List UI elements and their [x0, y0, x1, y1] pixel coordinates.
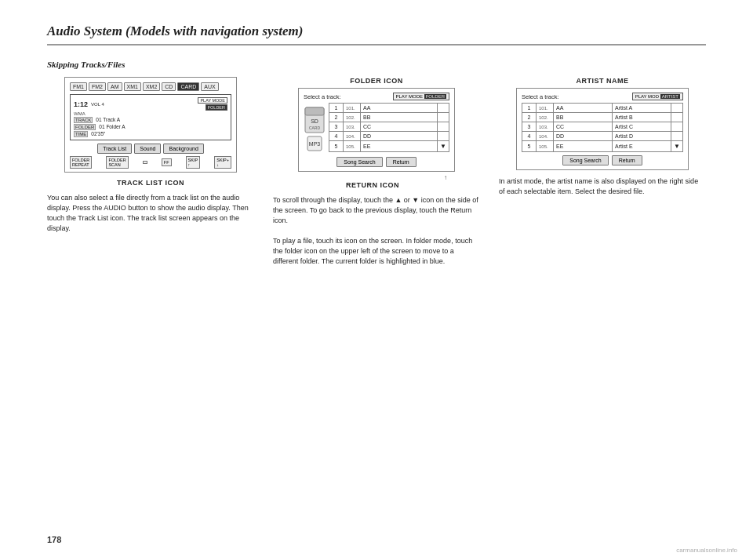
btn-fm2[interactable]: FM2	[89, 82, 106, 91]
diagram2-wrapper: FOLDER ICON Select a track: PLAY MODE FO…	[298, 77, 455, 189]
svg-text:CARD: CARD	[309, 125, 321, 130]
folder-icon: SD CARD	[304, 106, 326, 134]
three-columns: FM1 FM2 AM XM1 XM2 CD CARD AUX 1:12 VOL …	[47, 77, 706, 267]
d1-folder-scan[interactable]: FOLDERSCAN	[106, 156, 128, 169]
col-1: FM1 FM2 AM XM1 XM2 CD CARD AUX 1:12 VOL …	[47, 77, 264, 234]
table-row[interactable]: 4 104. DD	[329, 132, 449, 141]
diagram2: Select a track: PLAY MODE FOLDER	[298, 88, 455, 172]
page-number: 178	[47, 535, 61, 544]
d1-track-info: TRACK 01 Track A	[74, 117, 227, 123]
d2-subheader: Select a track: PLAY MODE FOLDER	[304, 93, 449, 100]
return-icon-area: ↑ RETURN ICON	[298, 174, 455, 189]
d1-wma: WMA	[74, 111, 227, 116]
svg-rect-1	[305, 107, 324, 115]
body-text-col2: To scroll through the display, touch the…	[273, 195, 480, 267]
d2-bottom-btns: Song Search Return	[304, 157, 449, 167]
d1-bottom-row: FOLDERREPEAT FOLDERSCAN FF SKIP↑ SKIP+↓	[70, 156, 231, 169]
page-container: Audio System (Models with navigation sys…	[0, 0, 753, 560]
btn-xm2[interactable]: XM2	[143, 82, 160, 91]
d3-header: ARTIST NAME	[516, 77, 689, 85]
table-row[interactable]: 3 103. CC	[329, 122, 449, 132]
d3-song-search-btn[interactable]: Song Search	[562, 155, 608, 165]
table-row[interactable]: 3 103. CC Artist C	[522, 122, 683, 132]
d1-sound-btn[interactable]: Sound	[134, 144, 161, 154]
page-title: Audio System (Models with navigation sys…	[47, 24, 706, 45]
diagram3: Select a track: PLAY MOD ARTIST 1 101. A…	[516, 88, 689, 170]
body-text-col1: You can also select a file directly from…	[47, 193, 254, 234]
btn-cd[interactable]: CD	[162, 82, 176, 91]
d1-display-row1: 1:12 VOL 4 PLAY MODE FOLDER	[74, 97, 227, 111]
table-row[interactable]: 4 104. DD Artist D	[522, 132, 683, 141]
d1-playmode-btn[interactable]: PLAY MODE	[198, 97, 227, 104]
mp3-icon: MP3	[307, 136, 322, 151]
diagram1: FM1 FM2 AM XM1 XM2 CD CARD AUX 1:12 VOL …	[64, 77, 237, 173]
d2-return-btn[interactable]: Return	[386, 157, 417, 167]
table-row[interactable]: 2 102. BB	[329, 113, 449, 122]
table-row[interactable]: 5 105. EE Artist E ▼	[522, 141, 683, 152]
d3-track-table: 1 101. AA Artist A 2 102. BB Artist B	[522, 103, 683, 152]
return-arrow: ↑	[298, 174, 447, 181]
btn-aux[interactable]: AUX	[201, 82, 218, 91]
d3-return-btn[interactable]: Return	[612, 155, 642, 165]
d2-track-table: 1 101. AA 2 102. BB	[329, 103, 449, 152]
d1-time-info: TIME 02'35"	[74, 131, 227, 137]
diagram3-wrapper: ARTIST NAME Select a track: PLAY MOD ART…	[516, 77, 689, 170]
table-row[interactable]: 2 102. BB Artist B	[522, 113, 683, 122]
svg-text:SD: SD	[311, 118, 318, 124]
d2-content: SD CARD MP3 1	[304, 103, 449, 155]
d1-empty	[143, 161, 147, 164]
d1-folder-repeat[interactable]: FOLDERREPEAT	[70, 156, 92, 169]
d1-ff[interactable]: FF	[162, 158, 172, 166]
btn-fm1[interactable]: FM1	[70, 82, 87, 91]
col-3: ARTIST NAME Select a track: PLAY MOD ART…	[489, 77, 706, 197]
table-row[interactable]: 1 101. AA	[329, 104, 449, 113]
d1-skip[interactable]: SKIP↑	[186, 156, 201, 169]
d1-background-btn[interactable]: Background	[163, 144, 203, 154]
d1-skip-plus[interactable]: SKIP+↓	[214, 156, 231, 169]
body-text-col3: In artist mode, the artist name is also …	[499, 176, 706, 197]
d3-select-track: Select a track:	[522, 93, 559, 100]
d3-playmode: PLAY MOD ARTIST	[632, 93, 683, 100]
btn-am[interactable]: AM	[107, 82, 122, 91]
d1-display: 1:12 VOL 4 PLAY MODE FOLDER WMA TRACK 01…	[70, 94, 231, 140]
d2-select-track: Select a track:	[304, 93, 341, 100]
d2-header: FOLDER ICON	[298, 77, 455, 85]
d3-subheader: Select a track: PLAY MOD ARTIST	[522, 93, 683, 100]
table-row[interactable]: 1 101. AA Artist A	[522, 104, 683, 113]
d2-folder-icon-col: SD CARD MP3	[304, 103, 326, 155]
diagram1-label: TRACK LIST ICON	[117, 179, 184, 187]
svg-text:MP3: MP3	[309, 141, 321, 147]
d3-bottom-btns: Song Search Return	[522, 155, 683, 165]
d1-tracklist-btn[interactable]: Track List	[97, 144, 132, 154]
d1-folder-btn[interactable]: FOLDER	[206, 104, 227, 111]
d2-song-search-btn[interactable]: Song Search	[336, 157, 382, 167]
d1-top-buttons: FM1 FM2 AM XM1 XM2 CD CARD AUX	[70, 82, 231, 91]
d1-bottom-btns: Track List Sound Background	[70, 144, 231, 154]
d1-vol: VOL 4	[91, 102, 104, 107]
table-row[interactable]: 5 105. EE ▼	[329, 141, 449, 152]
d1-time: 1:12	[74, 100, 88, 108]
btn-card[interactable]: CARD	[177, 82, 199, 91]
btn-xm1[interactable]: XM1	[124, 82, 141, 91]
d2-playmode: PLAY MODE FOLDER	[393, 93, 449, 100]
col-2: FOLDER ICON Select a track: PLAY MODE FO…	[264, 77, 489, 267]
d1-folder-info: FOLDER 01 Folder A	[74, 124, 227, 130]
return-icon-label: RETURN ICON	[298, 181, 447, 189]
section-title: Skipping Tracks/Files	[47, 60, 706, 69]
watermark: carmanualsonline.info	[676, 547, 737, 554]
